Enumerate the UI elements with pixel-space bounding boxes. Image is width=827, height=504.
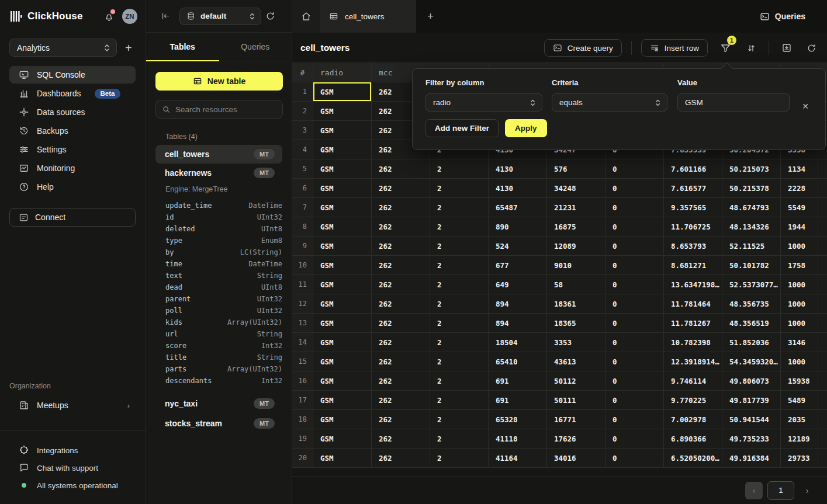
- table-cell[interactable]: 262: [372, 179, 430, 198]
- footer-item-all-systems-operational[interactable]: All systems operational: [0, 477, 146, 494]
- table-cell[interactable]: 16771: [547, 410, 605, 429]
- table-cell[interactable]: GSM: [313, 275, 372, 294]
- sidebar-item-monitoring[interactable]: Monitoring: [9, 159, 136, 177]
- table-cell[interactable]: 649: [489, 275, 547, 294]
- sidebar-item-settings[interactable]: Settings: [9, 141, 136, 158]
- sidebar-item-help[interactable]: Help: [9, 178, 136, 196]
- table-cell[interactable]: 49.817739: [722, 391, 781, 410]
- notifications-bell-icon[interactable]: [102, 10, 115, 23]
- remove-filter-icon[interactable]: ✕: [798, 99, 812, 113]
- table-cell[interactable]: GSM: [313, 217, 372, 237]
- table-cell[interactable]: 9.770225: [664, 391, 722, 410]
- table-cell[interactable]: GSM: [313, 449, 372, 468]
- table-cell[interactable]: 2: [430, 391, 489, 410]
- row-number-cell[interactable]: 15: [292, 352, 313, 371]
- home-tab[interactable]: [292, 0, 320, 33]
- table-cell[interactable]: 43613: [547, 352, 605, 371]
- row-number-cell[interactable]: 10: [292, 256, 313, 275]
- table-cell[interactable]: 58: [547, 275, 605, 294]
- table-cell[interactable]: 7.616577: [664, 179, 722, 198]
- table-cell[interactable]: 6.890366: [664, 429, 722, 449]
- filter-column-select[interactable]: radio: [425, 93, 542, 112]
- table-cell[interactable]: 1000: [781, 294, 818, 314]
- table-cell[interactable]: 50.215378: [722, 179, 781, 198]
- table-cell[interactable]: 0: [605, 217, 664, 237]
- table-cell[interactable]: 18361: [547, 294, 605, 314]
- search-input[interactable]: [175, 105, 279, 114]
- row-number-cell[interactable]: 6: [292, 179, 313, 198]
- table-cell[interactable]: GSM: [313, 429, 372, 449]
- table-cell[interactable]: 41118: [489, 429, 547, 449]
- table-cell[interactable]: GSM: [313, 294, 372, 314]
- table-cell[interactable]: 11.781464: [664, 294, 722, 314]
- row-number-cell[interactable]: 3: [292, 121, 313, 140]
- table-cell[interactable]: 51.852036: [722, 333, 781, 352]
- table-cell[interactable]: 2: [430, 217, 489, 237]
- table-cell[interactable]: 16875: [547, 217, 605, 237]
- footer-item-integrations[interactable]: Integrations: [0, 442, 146, 459]
- table-cell[interactable]: GSM: [313, 82, 372, 102]
- table-cell[interactable]: 0: [605, 159, 664, 179]
- table-cell[interactable]: 0: [605, 391, 664, 410]
- table-cell[interactable]: 65410: [489, 352, 547, 371]
- insert-row-button[interactable]: Insert row: [641, 39, 708, 57]
- table-cell[interactable]: 4130: [489, 179, 547, 198]
- row-number-cell[interactable]: 5: [292, 159, 313, 179]
- sidebar-item-sql-console[interactable]: SQL Console: [9, 66, 136, 84]
- row-number-cell[interactable]: 16: [292, 371, 313, 391]
- table-cell[interactable]: 894: [489, 294, 547, 314]
- sidebar-item-backups[interactable]: Backups: [9, 122, 136, 140]
- table-cell[interactable]: 18365: [547, 314, 605, 333]
- table-cell[interactable]: 2: [430, 333, 489, 352]
- create-query-button[interactable]: Create query: [544, 39, 622, 57]
- table-cell[interactable]: 262: [372, 333, 430, 352]
- table-cell[interactable]: 12189: [781, 429, 818, 449]
- table-cell[interactable]: 2: [430, 294, 489, 314]
- table-cell[interactable]: 691: [489, 371, 547, 391]
- table-list-item-hackernews[interactable]: hackernews MT: [155, 164, 282, 182]
- table-cell[interactable]: 0: [605, 314, 664, 333]
- table-cell[interactable]: 2: [430, 159, 489, 179]
- connect-button[interactable]: Connect: [9, 208, 136, 227]
- footer-item-chat-with-support[interactable]: Chat with support: [0, 459, 146, 477]
- table-cell[interactable]: 262: [372, 449, 430, 468]
- table-cell[interactable]: 1134: [781, 159, 818, 179]
- refresh-button[interactable]: [803, 40, 819, 56]
- table-cell[interactable]: 10.782398: [664, 333, 722, 352]
- table-cell[interactable]: 2: [430, 449, 489, 468]
- table-cell[interactable]: GSM: [313, 140, 372, 159]
- table-cell[interactable]: 18504: [489, 333, 547, 352]
- download-button[interactable]: [778, 40, 795, 56]
- table-cell[interactable]: GSM: [313, 410, 372, 429]
- table-cell[interactable]: 2: [430, 275, 489, 294]
- table-cell[interactable]: 0: [605, 275, 664, 294]
- add-filter-button[interactable]: Add new Filter: [425, 119, 499, 137]
- table-cell[interactable]: GSM: [313, 179, 372, 198]
- tab-tables[interactable]: Tables: [146, 33, 219, 61]
- clickhouse-logo[interactable]: ClickHouse: [9, 10, 83, 23]
- table-cell[interactable]: 0: [605, 449, 664, 468]
- table-cell[interactable]: GSM: [313, 391, 372, 410]
- table-cell[interactable]: 2: [430, 352, 489, 371]
- row-number-cell[interactable]: 8: [292, 217, 313, 237]
- table-cell[interactable]: 4130: [489, 159, 547, 179]
- table-cell[interactable]: 41164: [489, 449, 547, 468]
- new-tab-button[interactable]: +: [416, 0, 445, 33]
- table-cell[interactable]: 9.357565: [664, 198, 722, 217]
- sidebar-item-dashboards[interactable]: DashboardsBeta: [9, 85, 136, 102]
- table-cell[interactable]: 2: [430, 429, 489, 449]
- table-cell[interactable]: 65328: [489, 410, 547, 429]
- table-cell[interactable]: 17626: [547, 429, 605, 449]
- table-list-item-nyc-taxi[interactable]: nyc_taxi MT: [155, 394, 282, 413]
- row-number-cell[interactable]: 9: [292, 237, 313, 256]
- table-cell[interactable]: 50112: [547, 371, 605, 391]
- table-cell[interactable]: 0: [605, 294, 664, 314]
- row-number-cell[interactable]: 4: [292, 140, 313, 159]
- table-list-item-cell-towers[interactable]: cell_towers MT: [155, 145, 282, 164]
- table-cell[interactable]: 7.002978: [664, 410, 722, 429]
- row-number-cell[interactable]: 1: [292, 82, 313, 102]
- sidebar-item-meetups[interactable]: Meetups ›: [9, 396, 136, 415]
- table-cell[interactable]: 49.916384: [722, 449, 781, 468]
- table-cell[interactable]: 2: [430, 237, 489, 256]
- table-list-item-stocks-stream[interactable]: stocks_stream MT: [155, 414, 282, 433]
